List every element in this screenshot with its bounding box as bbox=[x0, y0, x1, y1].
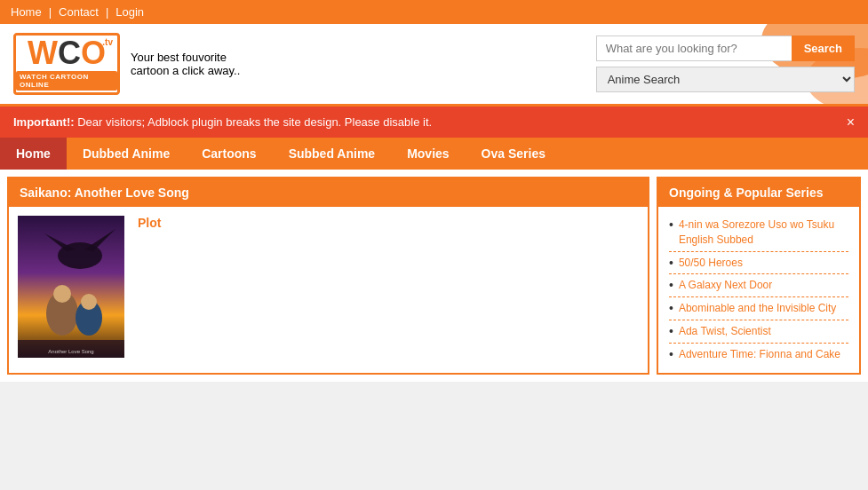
top-nav-login[interactable]: Login bbox=[108, 5, 151, 19]
list-item: Adventure Time: Fionna and Cake bbox=[669, 344, 848, 366]
alert-label: Important!: bbox=[13, 115, 75, 129]
list-item: A Galaxy Next Door bbox=[669, 274, 848, 297]
list-item: Ada Twist, Scientist bbox=[669, 320, 848, 344]
sidebar-series-list: 4-nin wa Sorezore Uso wo Tsuku English S… bbox=[658, 207, 859, 373]
sidebar-title: Ongoing & Popular Series bbox=[658, 178, 859, 207]
plot-link[interactable]: Plot bbox=[138, 216, 161, 230]
anime-poster: Another Love Song bbox=[18, 216, 124, 358]
list-item: 50/50 Heroes bbox=[669, 252, 848, 275]
header: WCO .tv WATCH CARTOON ONLINE Your best f… bbox=[0, 24, 868, 107]
top-nav-home[interactable]: Home bbox=[11, 5, 49, 19]
svg-point-7 bbox=[53, 285, 71, 303]
header-left: WCO .tv WATCH CARTOON ONLINE Your best f… bbox=[13, 33, 240, 95]
tagline-line1: Your best fouvorite bbox=[131, 51, 240, 64]
main-section-title: Saikano: Another Love Song bbox=[9, 178, 648, 207]
svg-text:Another Love Song: Another Love Song bbox=[48, 349, 93, 354]
nav-tab-movies[interactable]: Movies bbox=[391, 138, 465, 170]
svg-rect-2 bbox=[18, 216, 124, 358]
main-body: Another Love Song Plot bbox=[9, 207, 648, 367]
alert-bar: Important!: Dear visitors; Adblock plugi… bbox=[0, 107, 868, 138]
series-link-ada[interactable]: Ada Twist, Scientist bbox=[679, 324, 771, 339]
main-navigation: Home Dubbed Anime Cartoons Subbed Anime … bbox=[0, 138, 868, 170]
alert-message: Dear visitors; Adblock plugin breaks the… bbox=[77, 115, 432, 129]
top-nav-contact[interactable]: Contact bbox=[52, 5, 106, 19]
logo-text: WCO bbox=[28, 37, 106, 69]
content-area: Saikano: Another Love Song bbox=[0, 170, 868, 382]
logo-subtitle: WATCH CARTOON ONLINE bbox=[16, 71, 117, 91]
nav-tab-home[interactable]: Home bbox=[0, 138, 67, 170]
series-link-galaxy[interactable]: A Galaxy Next Door bbox=[679, 278, 772, 293]
top-navigation: Home | Contact | Login bbox=[0, 0, 868, 24]
list-item: 4-nin wa Sorezore Uso wo Tsuku English S… bbox=[669, 214, 848, 252]
nav-tab-dubbed[interactable]: Dubbed Anime bbox=[67, 138, 186, 170]
nav-tab-ova[interactable]: Ova Series bbox=[466, 138, 561, 170]
tagline-line2: cartoon a click away.. bbox=[131, 64, 240, 77]
search-type-select[interactable]: Anime Search Cartoon Search Movie Search bbox=[596, 67, 855, 92]
search-button[interactable]: Search bbox=[792, 36, 855, 61]
series-link-5050[interactable]: 50/50 Heroes bbox=[679, 256, 743, 271]
search-input[interactable] bbox=[596, 36, 792, 61]
sidebar: Ongoing & Popular Series 4-nin wa Sorezo… bbox=[657, 177, 861, 375]
nav-tab-subbed[interactable]: Subbed Anime bbox=[273, 138, 392, 170]
nav-tab-cartoons[interactable]: Cartoons bbox=[186, 138, 272, 170]
alert-close-button[interactable]: × bbox=[847, 115, 855, 130]
svg-point-9 bbox=[81, 294, 97, 310]
series-link-abominable[interactable]: Abominable and the Invisible City bbox=[679, 301, 836, 316]
logo: WCO .tv WATCH CARTOON ONLINE bbox=[13, 33, 120, 95]
search-row: Search bbox=[596, 36, 855, 61]
main-section: Saikano: Another Love Song bbox=[7, 177, 649, 375]
header-right: Search Anime Search Cartoon Search Movie… bbox=[596, 36, 855, 92]
tagline: Your best fouvorite cartoon a click away… bbox=[131, 51, 240, 77]
plot-area: Plot bbox=[138, 216, 161, 358]
list-item: Abominable and the Invisible City bbox=[669, 297, 848, 320]
series-link-adventure[interactable]: Adventure Time: Fionna and Cake bbox=[679, 347, 840, 362]
logo-tv: .tv bbox=[102, 37, 113, 47]
series-link-4nin[interactable]: 4-nin wa Sorezore Uso wo Tsuku English S… bbox=[679, 217, 848, 248]
